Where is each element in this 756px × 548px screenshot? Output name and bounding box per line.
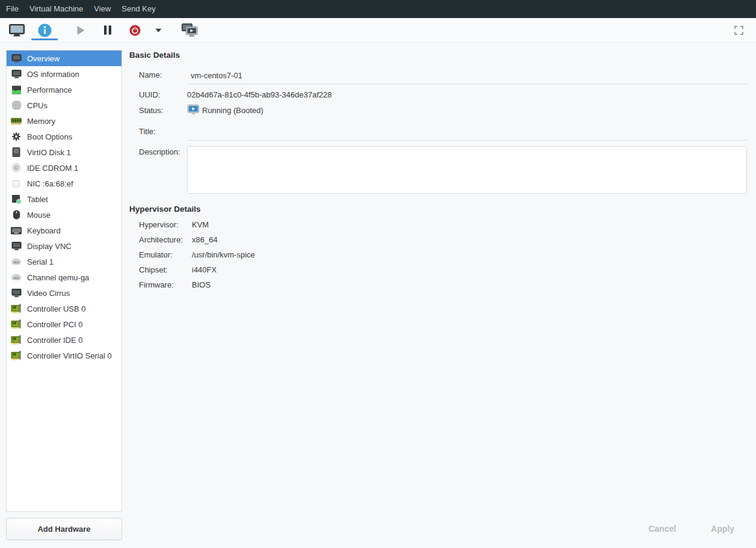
- sidebar-item-overview[interactable]: Overview: [7, 51, 121, 66]
- sidebar-item-label: Controller IDE 0: [27, 336, 82, 345]
- cpu-icon: [10, 100, 22, 111]
- sidebar-item-label: VirtIO Disk 1: [27, 148, 71, 157]
- toolbar-button-dual-monitors[interactable]: [177, 18, 201, 42]
- hypervisor-row-value: i440FX: [192, 265, 217, 280]
- virt-manager-window: File Virtual Machine View Send Key Overv…: [0, 0, 756, 548]
- menu-file[interactable]: File: [1, 0, 24, 18]
- serial-icon: [10, 256, 22, 267]
- disk-icon: [10, 147, 22, 158]
- cdrom-icon: [10, 162, 22, 173]
- hardware-list: Overview OS information Performance CPUs…: [6, 50, 122, 512]
- sidebar-item-os-information[interactable]: OS information: [7, 66, 121, 82]
- title-input[interactable]: [187, 124, 747, 141]
- hypervisor-row-value: BIOS: [192, 280, 211, 295]
- hypervisor-row-label: Chipset:: [139, 265, 192, 280]
- sidebar-item-label: Memory: [27, 117, 55, 126]
- sidebar-item-boot-options[interactable]: Boot Options: [7, 129, 121, 144]
- hypervisor-row-value: x86_64: [192, 235, 218, 250]
- monitor-icon: [9, 24, 25, 37]
- status-running-icon: [188, 105, 199, 114]
- sidebar-item-label: NIC :6a:68:ef: [27, 179, 73, 188]
- info-icon: [38, 23, 52, 37]
- hypervisor-row-value: /usr/bin/kvm-spice: [192, 250, 255, 265]
- power-icon: [129, 25, 141, 36]
- pci-card-icon: [10, 319, 22, 330]
- add-hardware-button[interactable]: Add Hardware: [6, 518, 122, 540]
- mouse-icon: [10, 209, 22, 220]
- sidebar-item-memory[interactable]: Memory: [7, 113, 121, 129]
- sidebar-item-tablet[interactable]: Tablet: [7, 191, 121, 207]
- uuid-value: 02b4d67a-81c0-4f5b-ab93-346de37af228: [187, 90, 332, 99]
- menu-virtual-machine[interactable]: Virtual Machine: [24, 0, 88, 18]
- sidebar-item-label: Channel qemu-ga: [27, 273, 89, 282]
- toolbar-button-play[interactable]: [70, 18, 91, 42]
- cancel-button[interactable]: Cancel: [648, 524, 676, 534]
- dual-monitors-icon: [182, 23, 198, 37]
- sidebar-item-controller-pci-0[interactable]: Controller PCI 0: [7, 316, 121, 332]
- sidebar-item-label: IDE CDROM 1: [27, 164, 78, 173]
- footer-buttons: Cancel Apply: [648, 524, 734, 534]
- chart-icon: [10, 84, 22, 95]
- toolbar-button-caret-down[interactable]: [152, 18, 164, 42]
- pause-icon: [103, 25, 112, 35]
- sidebar-item-controller-ide-0[interactable]: Controller IDE 0: [7, 332, 121, 348]
- hypervisor-row-label: Firmware:: [139, 280, 192, 295]
- monitor-dark-icon: [10, 53, 22, 64]
- sidebar-item-video-cirrus[interactable]: Video Cirrus: [7, 285, 121, 301]
- menubar: File Virtual Machine View Send Key: [0, 0, 756, 18]
- sidebar-item-display-vnc[interactable]: Display VNC: [7, 238, 121, 254]
- hypervisor-row-value: KVM: [192, 220, 209, 235]
- sidebar-item-label: Serial 1: [27, 257, 54, 266]
- apply-button[interactable]: Apply: [711, 524, 734, 534]
- uuid-label: UUID:: [139, 90, 160, 99]
- menu-view[interactable]: View: [88, 0, 116, 18]
- sidebar-item-label: Mouse: [27, 211, 51, 220]
- pci-card-icon: [10, 303, 22, 314]
- toolbar-button-pause[interactable]: [97, 18, 118, 42]
- description-textarea[interactable]: [187, 146, 747, 194]
- sidebar-item-controller-virtio-serial-0[interactable]: Controller VirtIO Serial 0: [7, 348, 121, 363]
- sidebar-item-controller-usb-0[interactable]: Controller USB 0: [7, 301, 121, 316]
- tablet-icon: [10, 194, 22, 205]
- monitor-dark-icon: [10, 69, 22, 79]
- name-input[interactable]: [187, 67, 747, 84]
- sidebar-item-mouse[interactable]: Mouse: [7, 207, 121, 223]
- pci-card-icon: [10, 350, 22, 361]
- sidebar-item-label: Boot Options: [27, 132, 72, 141]
- toolbar-button-power[interactable]: [124, 18, 146, 42]
- sidebar-item-label: Display VNC: [27, 242, 72, 251]
- monitor-dark-icon: [10, 241, 22, 251]
- sidebar-item-label: Overview: [27, 54, 60, 63]
- hypervisor-row-label: Emulator:: [139, 250, 192, 265]
- hypervisor-rows: Hypervisor: KVM Architecture: x86_64 Emu…: [139, 220, 255, 295]
- serial-icon: [10, 272, 22, 283]
- monitor-dark-icon: [10, 288, 22, 298]
- sidebar-item-virtio-disk-1[interactable]: VirtIO Disk 1: [7, 144, 121, 160]
- sidebar-item-cpus[interactable]: CPUs: [7, 97, 121, 113]
- sidebar-item-label: Keyboard: [27, 226, 61, 235]
- sidebar-item-ide-cdrom-1[interactable]: IDE CDROM 1: [7, 160, 121, 176]
- sidebar-item-label: CPUs: [27, 101, 48, 110]
- sidebar-item-label: Controller USB 0: [27, 304, 86, 313]
- fullscreen-button[interactable]: [730, 18, 748, 42]
- toolbar-button-info[interactable]: [34, 18, 55, 42]
- sidebar-item-keyboard[interactable]: Keyboard: [7, 223, 121, 238]
- sidebar-item-nic-6a-68-ef[interactable]: NIC :6a:68:ef: [7, 176, 121, 191]
- keyboard-icon: [10, 225, 22, 236]
- sidebar-item-serial-1[interactable]: Serial 1: [7, 254, 121, 269]
- sidebar-item-label: Controller PCI 0: [27, 320, 82, 329]
- title-label: Title:: [139, 127, 156, 136]
- hypervisor-row-firmware: Firmware: BIOS: [139, 280, 255, 295]
- hypervisor-row-emulator: Emulator: /usr/bin/kvm-spice: [139, 250, 255, 265]
- sidebar-item-performance[interactable]: Performance: [7, 82, 121, 97]
- menu-send-key[interactable]: Send Key: [116, 0, 161, 18]
- description-label: Description:: [139, 147, 180, 156]
- sidebar-item-label: Controller VirtIO Serial 0: [27, 351, 112, 360]
- sidebar-item-channel-qemu-ga[interactable]: Channel qemu-ga: [7, 269, 121, 285]
- hypervisor-row-architecture: Architecture: x86_64: [139, 235, 255, 250]
- toolbar: [0, 18, 756, 42]
- hypervisor-details-heading: Hypervisor Details: [129, 205, 201, 214]
- toolbar-buttons: [0, 18, 201, 42]
- hypervisor-row-hypervisor: Hypervisor: KVM: [139, 220, 255, 235]
- toolbar-button-monitor[interactable]: [6, 18, 28, 42]
